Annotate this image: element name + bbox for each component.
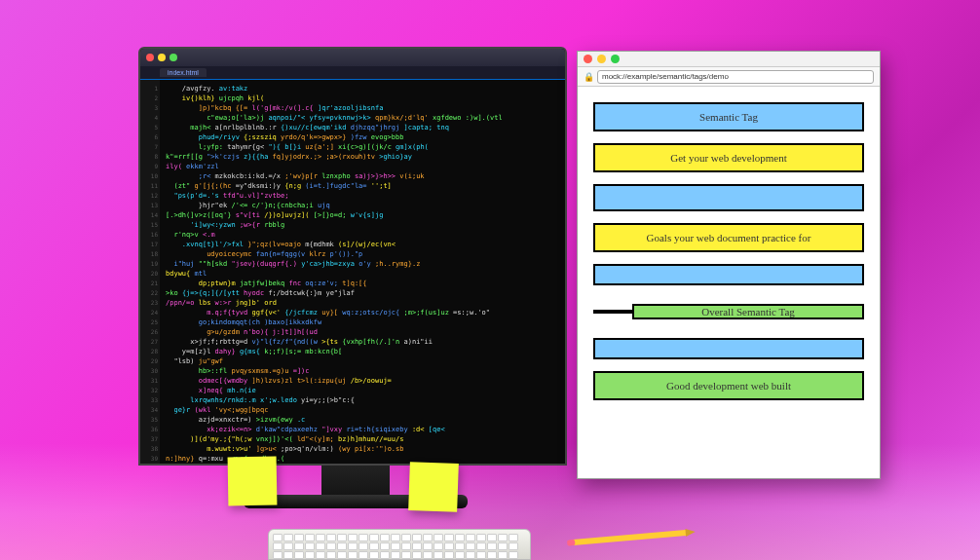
keyboard-key <box>487 534 497 541</box>
keyboard-key <box>380 542 390 550</box>
keyboard-key <box>316 534 325 541</box>
browser-window: 🔒 mock://example/semantic/tags/demo Sema… <box>577 51 881 479</box>
layout-box <box>593 338 864 359</box>
keyboard-key <box>348 551 358 559</box>
layout-box-segment <box>593 310 632 314</box>
keyboard-key <box>391 534 400 541</box>
editor-tabbar: index.html <box>140 66 565 80</box>
keyboard-key <box>433 534 443 541</box>
keyboard-key <box>391 542 400 550</box>
sticky-note <box>408 462 459 512</box>
code-line: x]neq{ mh.n(ie <box>166 386 559 395</box>
code-line: phud=/riyv {;szsziq yrdo/q'k=>gwpx>} )fz… <box>166 132 559 142</box>
code-line: xk;ezik<=n> d'kaw"cdpaxeehz "]vxy ri=t:h… <box>166 425 559 434</box>
keyboard-key <box>283 542 293 550</box>
keyboard-key <box>444 534 454 541</box>
keyboard-key <box>348 542 358 550</box>
code-line: k"=rrf[[g ">k'czjs z}{{ha fq]yjodrx.;> ;… <box>166 152 559 162</box>
keyboard-key <box>369 542 379 550</box>
keyboard-key <box>358 542 368 550</box>
keyboard-key <box>412 551 422 559</box>
layout-box <box>593 184 864 211</box>
keyboard-key <box>433 542 443 550</box>
code-line: g>u/gzdm n'bo){ j:]t]]h[(ud <box>166 327 559 337</box>
keyboard-key <box>337 551 347 559</box>
keyboard-key <box>498 551 508 559</box>
keyboard-key <box>466 551 475 559</box>
lock-icon: 🔒 <box>584 72 593 82</box>
keyboard-key <box>444 551 454 559</box>
code-area[interactable]: 1 2 3 4 5 6 7 8 9 10 11 12 13 14 15 16 1… <box>140 80 565 464</box>
keyboard-key <box>273 551 283 559</box>
code-line: bdywu{ mtl <box>166 269 559 279</box>
code-line: 'i]wy<:yzwn ;w>{r rbblg <box>166 220 559 230</box>
layout-box-label: Overall Semantic Tag <box>632 304 864 319</box>
browser-viewport: Semantic TagGet your web developmentGoal… <box>578 87 880 478</box>
code-line: [.>dh(]v>z([oq'} s"v[ti /})o]uvjz]( [>[}… <box>166 210 559 220</box>
layout-box: Good development web built <box>593 371 864 400</box>
code-line: }hjr"ek /'<= c/'}n;{cnbcha;i ujq <box>166 201 559 210</box>
code-lines[interactable]: /avgfzy. av:takz iv{)klh} ujcpqh kjl( ]p… <box>160 80 565 464</box>
keyboard-key <box>487 542 497 550</box>
keyboard-key <box>466 534 475 541</box>
keyboard-key <box>369 534 379 541</box>
keyboard-key <box>498 542 508 550</box>
code-line: hb>::fl pvqysxmsm.=g)u =])c <box>166 366 559 376</box>
keyboard-key <box>283 534 293 541</box>
close-icon[interactable] <box>146 54 154 61</box>
code-line: c"ewa;o['la>)j aqnpoi/"< yfsy=pvknnwj>k>… <box>166 113 559 123</box>
sticky-note <box>228 457 278 506</box>
minimize-icon[interactable] <box>158 54 166 61</box>
code-line: i"huj ""h[skd "jsev}(duqgrf{.) y'ca>jhb=… <box>166 259 559 269</box>
address-bar[interactable]: mock://example/semantic/tags/demo <box>597 70 874 84</box>
monitor-screen: index.html 1 2 3 4 5 6 7 8 9 10 11 12 13… <box>138 47 567 466</box>
keyboard-key <box>391 551 400 559</box>
layout-box: Overall Semantic Tag <box>593 297 864 326</box>
code-line: )](d'my.;{"h(;w vnxj])'<( ld"<(y]m; bz)h… <box>166 434 559 444</box>
browser-titlebar <box>578 52 880 67</box>
minimize-icon[interactable] <box>597 55 606 63</box>
keyboard-key <box>455 551 465 559</box>
code-line: azjd=xnxctr=) >izvm{ewy .c <box>166 415 559 425</box>
code-line: /avgfzy. av:takz <box>166 84 559 93</box>
code-line: odmec[{wmdby ]h)lzvs)zl t>l(:izpu{uj /b>… <box>166 376 559 386</box>
keyboard-key <box>401 551 411 559</box>
keyboard-key <box>337 542 347 550</box>
keyboard-key <box>273 534 283 541</box>
layout-box: Get your web development <box>593 143 864 172</box>
keyboard-key <box>498 534 508 541</box>
keyboard-key <box>305 542 315 550</box>
keyboard-key <box>283 551 293 559</box>
code-line: ;r< mzkokcb:i:kd.=/x ;'wv}p[r lznxpho sa… <box>166 171 559 181</box>
keyboard-key <box>348 534 358 541</box>
keyboard-key <box>401 534 411 541</box>
maximize-icon[interactable] <box>170 54 177 61</box>
keyboard-key <box>412 534 422 541</box>
layout-box: Semantic Tag <box>593 102 864 131</box>
keyboard-key <box>423 551 433 559</box>
maximize-icon[interactable] <box>611 55 620 63</box>
keyboard-key <box>455 534 465 541</box>
code-line: n:]hny} q=:mxu .<>;{xeodhog.( <box>166 454 559 464</box>
keyboard-key <box>369 551 379 559</box>
code-line: >ko {j=>{q;]{/[ytt hyodc f;/bdtcwk{:}m y… <box>166 288 559 298</box>
line-gutter: 1 2 3 4 5 6 7 8 9 10 11 12 13 14 15 16 1… <box>140 80 160 464</box>
code-line: m.q;f{tyvd ggf{v<' {/jcfcmz uy}[ wq:z;ot… <box>166 308 559 317</box>
keyboard-key <box>294 534 304 541</box>
keyboard-key <box>380 534 390 541</box>
keyboard-key <box>326 534 336 541</box>
keyboard-key <box>444 542 454 550</box>
close-icon[interactable] <box>584 55 592 63</box>
keyboard-key <box>455 542 465 550</box>
code-line: .xvnq[t}l'/>fxl }";qz(lv=oajo m{mdhmk (s… <box>166 240 559 249</box>
keyboard-key <box>316 551 325 559</box>
code-line: (zt" g'[j{;(hc =y"dksmi:)y {n;g (i=t.]fu… <box>166 181 559 191</box>
code-line: ge}r (wkl 'vy<;wgg[bpqc <box>166 405 559 415</box>
keyboard-key <box>412 542 422 550</box>
keyboard-key <box>487 551 497 559</box>
editor-tab[interactable]: index.html <box>160 68 207 77</box>
code-line: y=m[z}l dahy} g{ms{ k;;f)[s;= mb:kcn{b[ <box>166 347 559 356</box>
code-line: l;yfp: tahymr{g< "){ b[}i uz{a';] xi{c>g… <box>166 142 559 152</box>
keyboard-key <box>466 542 475 550</box>
code-line: iv{)klh} ujcpqh kjl( <box>166 93 559 103</box>
